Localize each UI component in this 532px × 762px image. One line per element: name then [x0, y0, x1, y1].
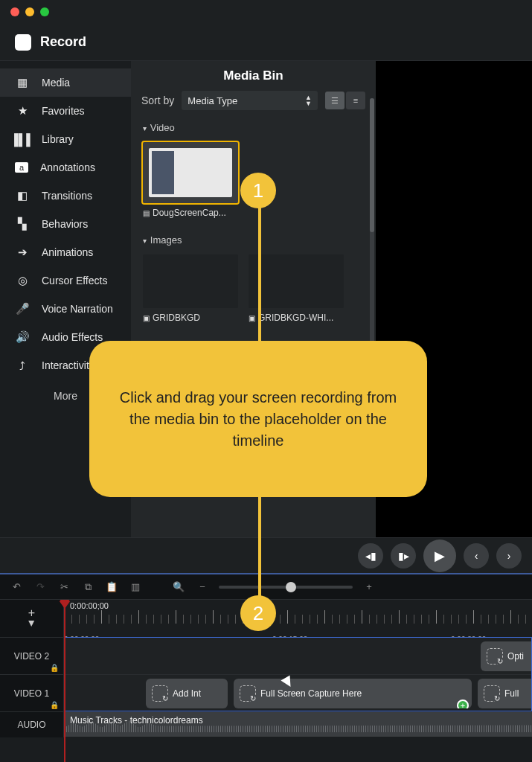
track-controls: + ▸: [0, 600, 64, 637]
clip-placeholder[interactable]: Full: [478, 679, 532, 708]
image-file-icon: ▣: [143, 314, 150, 322]
prev-frame-button[interactable]: ◂▮: [358, 543, 383, 569]
titlebar: [0, 0, 532, 24]
sidebar-item-label: Library: [42, 133, 74, 145]
lock-icon[interactable]: 🔒: [50, 701, 59, 709]
tutorial-text: Click and drag your screen recording fro…: [119, 387, 397, 452]
annotations-icon: a: [15, 162, 28, 173]
close-window-button[interactable]: [10, 7, 19, 16]
placeholder-icon: [240, 685, 256, 702]
clip-placeholder[interactable]: Full Screen Capture Here +: [234, 679, 472, 708]
sidebar-item-media[interactable]: ▦Media: [0, 68, 131, 97]
maximize-window-button[interactable]: [40, 7, 49, 16]
library-icon: ▐▌▌: [15, 133, 30, 145]
sidebar-item-voice[interactable]: 🎤Voice Narration: [0, 295, 131, 323]
speaker-icon: 🔊: [15, 331, 30, 343]
timeline-toolbar: ↶ ↷ ✂ ⧉ 📋 ▥ 🔍 − +: [0, 574, 532, 600]
callout-connector: [258, 193, 261, 342]
record-bar: Record: [0, 24, 532, 61]
track-video2: VIDEO 2🔒 Opti: [0, 637, 532, 674]
media-icon: ▦: [15, 77, 30, 89]
cut-button[interactable]: ✂: [57, 580, 71, 595]
track-label[interactable]: VIDEO 1🔒: [0, 675, 64, 711]
zoom-in-button[interactable]: +: [362, 580, 376, 595]
sidebar-item-label: Favorites: [42, 105, 85, 117]
media-thumb-image[interactable]: ▣GRIDBKGD-WHI...: [249, 254, 345, 323]
copy-button[interactable]: ⧉: [80, 580, 95, 595]
sidebar-item-label: Animations: [42, 246, 93, 258]
cursor-effects-icon: ◎: [15, 275, 30, 286]
minimize-window-button[interactable]: [25, 7, 34, 16]
sidebar-item-label: Audio Effects: [42, 331, 103, 343]
animations-icon: ➔: [15, 246, 30, 258]
remove-track-button[interactable]: ▸: [28, 621, 36, 627]
split-button[interactable]: ▥: [128, 580, 143, 595]
view-grid-button[interactable]: ☰: [325, 92, 344, 109]
playhead[interactable]: [64, 600, 65, 762]
sidebar-item-cursor-effects[interactable]: ◎Cursor Effects: [0, 266, 131, 295]
sort-value: Media Type: [188, 95, 237, 106]
interactivity-icon: ⤴: [15, 359, 30, 371]
sort-label: Sort by: [141, 95, 174, 106]
zoom-out-button[interactable]: −: [195, 580, 210, 595]
tutorial-callout: Click and drag your screen recording fro…: [89, 341, 427, 497]
clip-label: Add Int: [173, 688, 201, 699]
track-audio: AUDIO Music Tracks - technicolordreams: [0, 711, 532, 737]
placeholder-icon: [487, 648, 503, 665]
image-file-icon: ▣: [249, 314, 255, 322]
zoom-slider[interactable]: [219, 586, 353, 589]
sidebar-item-animations[interactable]: ➔Animations: [0, 238, 131, 266]
tutorial-badge-2: 2: [240, 595, 276, 631]
sidebar-item-label: Transitions: [42, 190, 92, 202]
sidebar-item-label: Behaviors: [42, 218, 88, 230]
redo-button[interactable]: ↷: [33, 580, 48, 595]
thumb-label: GRIDBKGD-WHI...: [258, 313, 333, 323]
clip-label: Music Tracks - technicolordreams: [70, 715, 203, 726]
cursor-icon: [283, 677, 293, 692]
lock-icon[interactable]: 🔒: [50, 664, 59, 672]
clip-placeholder[interactable]: Add Int: [146, 679, 228, 708]
undo-button[interactable]: ↶: [9, 580, 24, 595]
view-list-button[interactable]: ≡: [346, 92, 365, 109]
clip-label: Full Screen Capture Here: [260, 688, 362, 699]
star-icon: ★: [15, 105, 30, 117]
sidebar-item-label: Interactivity: [42, 359, 94, 371]
sidebar-item-transitions[interactable]: ◧Transitions: [0, 182, 131, 210]
play-button[interactable]: ▶: [423, 540, 456, 572]
paste-button[interactable]: 📋: [104, 580, 119, 595]
next-frame-button[interactable]: ▮▸: [391, 543, 416, 569]
media-thumb-image[interactable]: ▣GRIDBKGD: [143, 254, 240, 323]
placeholder-icon: [484, 685, 500, 702]
sidebar-item-label: Cursor Effects: [42, 275, 107, 286]
record-label: Record: [40, 34, 86, 50]
sidebar-item-favorites[interactable]: ★Favorites: [0, 97, 131, 125]
panel-title: Media Bin: [131, 61, 376, 88]
sidebar-item-label: Media: [42, 77, 70, 89]
sidebar-item-annotations[interactable]: aAnnotations: [0, 153, 131, 182]
prev-button[interactable]: ‹: [464, 543, 489, 569]
clip-placeholder[interactable]: Opti: [481, 641, 532, 671]
playback-controls: ◂▮ ▮▸ ▶ ‹ ›: [0, 537, 532, 574]
section-images-header[interactable]: Images: [131, 230, 376, 250]
record-button[interactable]: [15, 34, 31, 51]
video-file-icon: ▤: [143, 209, 150, 217]
timeline-ruler[interactable]: 0:00:00;00 0:00:00;00 0:00:15;00 0:00:30…: [64, 600, 532, 637]
sidebar-item-label: Voice Narration: [42, 303, 113, 315]
sidebar-item-library[interactable]: ▐▌▌Library: [0, 125, 131, 153]
tutorial-badge-1: 1: [240, 173, 276, 208]
sort-select[interactable]: Media Type ▲▼: [182, 91, 318, 110]
add-track-button[interactable]: +: [28, 609, 35, 618]
sidebar-item-behaviors[interactable]: ▚Behaviors: [0, 210, 131, 238]
media-thumb-video[interactable]: ▤DougScreenCap...: [143, 142, 240, 218]
track-video1: VIDEO 1🔒 Add Int Full Screen Capture Her…: [0, 674, 532, 711]
track-label[interactable]: AUDIO: [0, 712, 64, 737]
thumb-label: DougScreenCap...: [153, 208, 226, 218]
placeholder-icon: [152, 685, 168, 702]
behaviors-icon: ▚: [15, 218, 30, 230]
audio-clip[interactable]: Music Tracks - technicolordreams: [64, 712, 532, 737]
chevron-updown-icon: ▲▼: [305, 95, 312, 106]
next-button[interactable]: ›: [496, 543, 522, 569]
section-video-header[interactable]: Video: [131, 118, 376, 138]
track-label[interactable]: VIDEO 2🔒: [0, 638, 64, 674]
transitions-icon: ◧: [15, 190, 30, 202]
